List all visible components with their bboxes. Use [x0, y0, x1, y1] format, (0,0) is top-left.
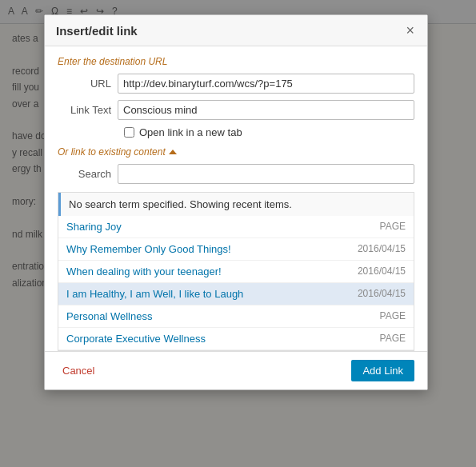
result-meta: PAGE — [380, 333, 406, 345]
result-meta: 2016/04/15 — [358, 265, 406, 277]
results-container[interactable]: No search term specified. Showing recent… — [58, 192, 414, 351]
result-title: I am Healthy, I am Well, I like to Laugh — [66, 288, 243, 300]
results-notice: No search term specified. Showing recent… — [58, 193, 414, 216]
search-row: Search — [58, 164, 414, 184]
url-section-label: Enter the destination URL — [58, 56, 414, 67]
dialog-body: Enter the destination URL URL Link Text … — [45, 46, 427, 351]
new-tab-label: Open link in a new tab — [139, 126, 242, 138]
dialog-title: Insert/edit link — [56, 24, 138, 38]
cancel-button[interactable]: Cancel — [58, 361, 99, 380]
existing-content-toggle[interactable]: Or link to existing content — [58, 146, 414, 158]
triangle-up-icon — [169, 150, 177, 154]
add-link-button[interactable]: Add Link — [351, 360, 414, 381]
result-meta: PAGE — [380, 310, 406, 322]
dialog-footer: Cancel Add Link — [45, 351, 427, 389]
new-tab-row: Open link in a new tab — [124, 126, 414, 138]
result-row[interactable]: I am Healthy, I am Well, I like to Laugh… — [58, 283, 414, 305]
url-input[interactable] — [118, 74, 414, 94]
new-tab-checkbox[interactable] — [124, 127, 134, 138]
result-title: When dealing with your teenager! — [66, 265, 222, 277]
result-meta: PAGE — [380, 221, 406, 233]
dialog-header: Insert/edit link × — [45, 15, 427, 46]
close-button[interactable]: × — [404, 23, 416, 38]
result-title: Sharing Joy — [66, 221, 122, 233]
link-text-input[interactable] — [118, 100, 414, 120]
result-title: Why Remember Only Good Things! — [66, 243, 231, 255]
result-meta: 2016/04/15 — [358, 243, 406, 255]
search-input[interactable] — [118, 164, 414, 184]
existing-content-label: Or link to existing content — [58, 146, 166, 158]
link-text-field-row: Link Text — [58, 100, 414, 120]
search-label: Search — [58, 168, 118, 180]
result-row[interactable]: Sharing JoyPAGE — [58, 216, 414, 238]
result-title: Personal Wellness — [66, 310, 152, 322]
result-row[interactable]: When dealing with your teenager!2016/04/… — [58, 261, 414, 283]
url-field-row: URL — [58, 74, 414, 94]
result-meta: 2016/04/15 — [358, 288, 406, 300]
link-text-label: Link Text — [58, 104, 118, 116]
insert-edit-link-dialog: Insert/edit link × Enter the destination… — [44, 14, 428, 390]
result-row[interactable]: Why Remember Only Good Things!2016/04/15 — [58, 238, 414, 261]
url-label: URL — [58, 78, 118, 90]
result-row[interactable]: Corporate Executive WellnessPAGE — [58, 328, 414, 350]
result-row[interactable]: Personal WellnessPAGE — [58, 305, 414, 328]
result-title: Corporate Executive Wellness — [66, 333, 206, 345]
